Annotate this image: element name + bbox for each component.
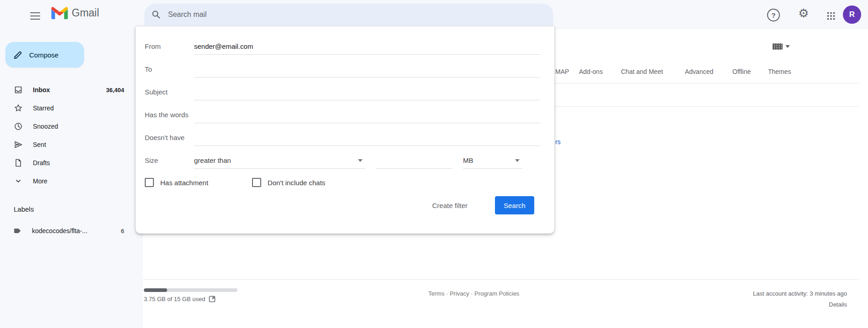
- field-label: Subject: [145, 88, 194, 100]
- size-operator-dropdown[interactable]: greater than: [194, 156, 365, 169]
- import-filters-link-fragment[interactable]: rs: [555, 138, 561, 146]
- label-tag-icon: [13, 226, 22, 235]
- field-label: From: [145, 42, 194, 55]
- sidebar-item-starred[interactable]: Starred: [0, 99, 130, 117]
- search-icon: [152, 10, 161, 19]
- checkbox-row: Has attachmentDon't include chats: [145, 177, 541, 188]
- avatar[interactable]: R: [843, 5, 861, 24]
- size-row: Size greater than MB: [145, 146, 541, 169]
- sidebar-item-label: Sent: [33, 141, 124, 148]
- settings-tab-offline[interactable]: Offline: [732, 68, 751, 75]
- sidebar-item-label: Starred: [33, 104, 124, 112]
- footer-policy-links[interactable]: Terms · Privacy · Program Policies: [428, 290, 519, 297]
- sidebar-item-count: 36,404: [106, 87, 124, 94]
- last-account-activity: Last account activity: 3 minutes ago: [753, 290, 847, 297]
- gmail-app: Gmail ? ⚙ R MAPAdd-onsChat and MeetAdvan…: [0, 0, 868, 328]
- size-value-input[interactable]: [376, 156, 452, 169]
- settings-tab-map[interactable]: MAP: [555, 68, 569, 75]
- field-input-to[interactable]: [194, 65, 541, 78]
- dialog-buttons: Create filter Search: [145, 196, 541, 214]
- settings-tab-advanced[interactable]: Advanced: [685, 68, 713, 75]
- header: Gmail ? ⚙ R: [0, 0, 868, 29]
- gmail-m-icon: [51, 6, 68, 19]
- checkbox-don-t-include-chats[interactable]: Don't include chats: [252, 178, 325, 187]
- footer-divider: [143, 279, 859, 280]
- storage-used-text: 3.75 GB of 15 GB used: [144, 296, 205, 302]
- send-icon: [14, 140, 23, 149]
- input-tools-dropdown-icon[interactable]: [785, 45, 790, 48]
- chevron-icon: [14, 177, 23, 186]
- settings-tab-chat-and-meet[interactable]: Chat and Meet: [621, 68, 663, 75]
- search-filter-dialog: FromToSubjectHas the wordsDoesn't have S…: [136, 26, 554, 234]
- sidebar-item-kodecocodes[interactable]: kodecocodes/flta-... 6: [0, 223, 130, 239]
- gmail-logo: Gmail: [51, 6, 99, 19]
- star-icon: [14, 104, 23, 113]
- sidebar-item-inbox[interactable]: Inbox36,404: [0, 81, 130, 99]
- storage-widget: 3.75 GB of 15 GB used: [144, 288, 237, 302]
- chevron-down-icon: [358, 159, 363, 162]
- settings-tab-themes[interactable]: Themes: [768, 68, 791, 75]
- sidebar: Compose Inbox36,404StarredSnoozedSentDra…: [0, 29, 137, 328]
- storage-progress-bar: [144, 288, 237, 292]
- input-tools-keyboard-icon[interactable]: [773, 43, 783, 50]
- filter-field-row: From: [145, 32, 541, 55]
- field-label: Has the words: [145, 111, 194, 123]
- sidebar-item-label: Inbox: [33, 86, 106, 94]
- settings-tab-add-ons[interactable]: Add-ons: [579, 68, 603, 75]
- label-count: 6: [121, 228, 124, 234]
- field-input-has-the-words[interactable]: [194, 111, 541, 123]
- field-input-subject[interactable]: [194, 88, 541, 100]
- search-button[interactable]: Search: [495, 196, 534, 214]
- details-link[interactable]: Details: [829, 301, 847, 308]
- checkbox-has-attachment[interactable]: Has attachment: [145, 178, 208, 187]
- checkbox-label: Has attachment: [160, 179, 208, 187]
- search-input[interactable]: [167, 10, 546, 19]
- chevron-down-icon: [515, 159, 520, 162]
- filter-field-row: Has the words: [145, 100, 541, 123]
- filter-field-row: Subject: [145, 78, 541, 100]
- clock-icon: [14, 122, 23, 131]
- compose-button[interactable]: Compose: [5, 42, 84, 68]
- sidebar-item-label: Drafts: [33, 159, 124, 167]
- sidebar-item-more[interactable]: More: [0, 172, 130, 190]
- gmail-wordmark: Gmail: [72, 7, 99, 19]
- search-bar[interactable]: [144, 4, 553, 26]
- compose-label: Compose: [29, 51, 58, 59]
- sidebar-item-label: More: [33, 177, 124, 185]
- sidebar-item-sent[interactable]: Sent: [0, 135, 130, 154]
- filter-field-row: To: [145, 55, 541, 78]
- create-filter-button[interactable]: Create filter: [426, 198, 473, 213]
- sidebar-item-snoozed[interactable]: Snoozed: [0, 117, 130, 135]
- hamburger-menu-icon[interactable]: [29, 9, 44, 22]
- labels-header: Labels: [14, 205, 34, 213]
- apps-grid-icon[interactable]: [825, 10, 837, 22]
- filter-fields: FromToSubjectHas the wordsDoesn't have: [145, 32, 541, 146]
- draft-icon: [14, 158, 23, 167]
- field-label: Doesn't have: [145, 134, 194, 146]
- sidebar-item-drafts[interactable]: Drafts: [0, 154, 130, 172]
- checkbox-icon[interactable]: [145, 178, 154, 187]
- storage-progress-fill: [144, 288, 167, 292]
- inbox-icon: [14, 85, 23, 94]
- checkbox-icon[interactable]: [252, 178, 261, 187]
- sidebar-item-label: Snoozed: [33, 123, 124, 130]
- pencil-icon: [14, 50, 23, 59]
- filter-field-row: Doesn't have: [145, 123, 541, 146]
- label-name: kodecocodes/flta-...: [32, 227, 121, 234]
- settings-gear-icon[interactable]: ⚙: [797, 7, 810, 20]
- size-label: Size: [145, 156, 194, 169]
- checkbox-label: Don't include chats: [268, 179, 325, 187]
- help-icon[interactable]: ?: [767, 9, 780, 21]
- field-input-doesn-t-have[interactable]: [194, 134, 541, 146]
- field-input-from[interactable]: [194, 42, 541, 55]
- size-unit-dropdown[interactable]: MB: [463, 156, 522, 169]
- field-label: To: [145, 65, 194, 78]
- sidebar-nav: Inbox36,404StarredSnoozedSentDraftsMore: [0, 81, 130, 190]
- external-link-icon[interactable]: [209, 296, 216, 302]
